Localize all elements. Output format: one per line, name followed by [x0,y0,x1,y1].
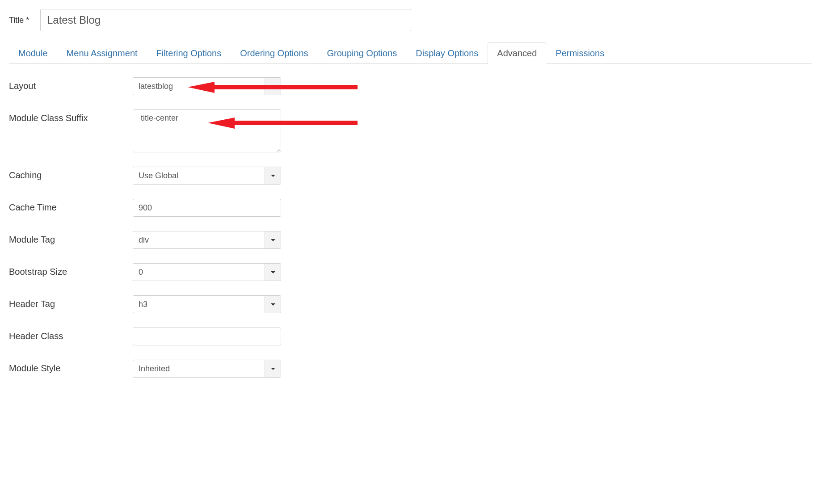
chevron-down-icon [265,296,281,313]
chevron-down-icon [265,360,281,377]
select-header-tag[interactable]: h3 [133,295,281,313]
label-layout: Layout [9,77,133,91]
textarea-module-class-suffix[interactable] [133,109,281,152]
row-cache-time: Cache Time [9,199,812,217]
advanced-form: Layout latestblog Module Class Suffix Ca… [9,77,812,378]
row-caching: Caching Use Global [9,167,812,185]
select-bootstrap-size[interactable]: 0 [133,263,281,281]
tabs: Module Menu Assignment Filtering Options… [9,42,812,64]
chevron-down-icon [265,231,281,248]
tab-ordering-options[interactable]: Ordering Options [231,42,317,64]
tab-display-options[interactable]: Display Options [406,42,488,64]
label-bootstrap-size: Bootstrap Size [9,263,133,277]
chevron-down-icon [265,264,281,281]
title-row: Title * [9,9,812,31]
tab-module[interactable]: Module [9,42,57,64]
label-cache-time: Cache Time [9,199,133,213]
row-header-tag: Header Tag h3 [9,295,812,313]
tab-grouping-options[interactable]: Grouping Options [318,42,407,64]
select-module-tag[interactable]: div [133,231,281,249]
select-layout[interactable]: latestblog [133,77,281,95]
chevron-down-icon [265,167,281,184]
label-module-class-suffix: Module Class Suffix [9,109,133,123]
label-module-tag: Module Tag [9,231,133,245]
select-header-tag-value: h3 [133,296,265,313]
label-header-tag: Header Tag [9,295,133,309]
row-module-tag: Module Tag div [9,231,812,249]
label-module-style: Module Style [9,360,133,374]
tab-permissions[interactable]: Permissions [546,42,614,64]
label-header-class: Header Class [9,328,133,341]
chevron-down-icon [265,78,281,95]
select-bootstrap-size-value: 0 [133,264,265,281]
row-bootstrap-size: Bootstrap Size 0 [9,263,812,281]
tab-advanced[interactable]: Advanced [488,42,546,64]
select-module-tag-value: div [133,231,265,248]
title-label: Title * [9,16,40,25]
select-caching-value: Use Global [133,167,265,184]
select-layout-value: latestblog [133,78,265,95]
title-input[interactable] [40,9,411,31]
select-caching[interactable]: Use Global [133,167,281,185]
input-header-class[interactable] [133,328,281,345]
row-module-style: Module Style Inherited [9,360,812,378]
tab-menu-assignment[interactable]: Menu Assignment [57,42,147,64]
row-layout: Layout latestblog [9,77,812,95]
input-cache-time[interactable] [133,199,281,217]
row-module-class-suffix: Module Class Suffix [9,109,812,152]
select-module-style[interactable]: Inherited [133,360,281,378]
select-module-style-value: Inherited [133,360,265,377]
row-header-class: Header Class [9,328,812,345]
label-caching: Caching [9,167,133,181]
tab-filtering-options[interactable]: Filtering Options [147,42,231,64]
